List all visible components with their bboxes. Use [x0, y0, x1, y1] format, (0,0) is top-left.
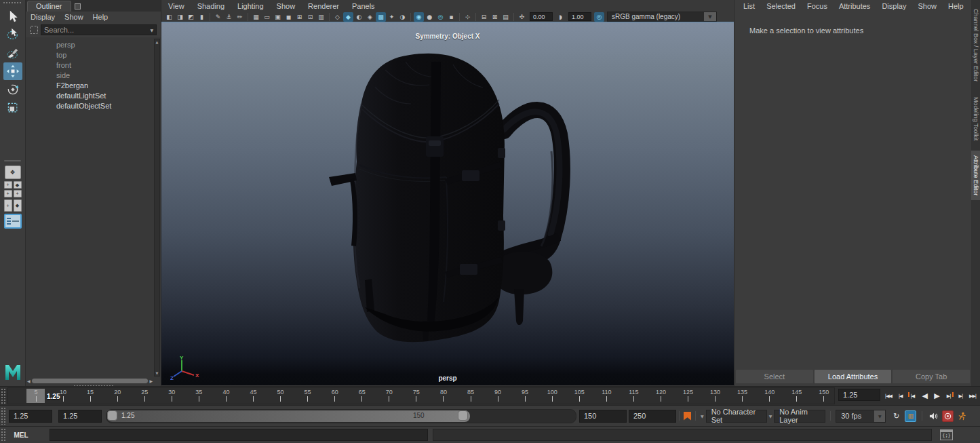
- exposure-field[interactable]: 0.00: [530, 12, 553, 21]
- attribute-editor-menu-selected[interactable]: Selected: [766, 2, 796, 10]
- outliner-item-front[interactable]: front: [26, 60, 154, 70]
- command-language-toggle[interactable]: MEL: [7, 431, 35, 439]
- play-forwards-button[interactable]: ▶: [930, 389, 943, 404]
- step-back-frame-button[interactable]: |◀: [895, 389, 907, 404]
- animation-preferences-icon[interactable]: [956, 410, 968, 422]
- gamma-icon[interactable]: ◗: [555, 12, 566, 22]
- depth-of-field-icon[interactable]: ▪: [446, 12, 456, 22]
- outliner-item-persp[interactable]: persp: [26, 39, 154, 50]
- range-slider[interactable]: 1.25 150: [106, 409, 576, 423]
- color-management-icon[interactable]: ◎: [594, 12, 604, 22]
- playback-end-field[interactable]: 150: [579, 410, 627, 423]
- attribute-editor-menu-list[interactable]: List: [743, 2, 755, 10]
- attribute-editor-menu-help[interactable]: Help: [948, 2, 964, 10]
- command-line-drag-handle[interactable]: [1, 428, 7, 442]
- divider[interactable]: [459, 13, 460, 21]
- wireframe-on-shaded-icon[interactable]: ◈: [365, 12, 375, 22]
- command-result-field[interactable]: [433, 429, 932, 441]
- viewport-menu-show[interactable]: Show: [277, 2, 296, 10]
- fps-dropdown-button[interactable]: ▼: [874, 410, 885, 422]
- anim-layer-option-icon[interactable]: ▼: [769, 414, 772, 419]
- current-time-field[interactable]: 1.25: [838, 389, 880, 401]
- isolate-select-icon[interactable]: ⊹: [463, 12, 473, 22]
- grid-icon[interactable]: ▦: [251, 12, 261, 22]
- safe-action-icon[interactable]: ⊞: [294, 12, 305, 22]
- character-set-option-icon[interactable]: ▼: [701, 414, 704, 419]
- script-editor-icon[interactable]: {;}: [940, 429, 953, 440]
- go-to-start-button[interactable]: |◀◀: [882, 389, 895, 404]
- sidebar-tab-modeling-toolkit[interactable]: Modeling Toolkit: [971, 92, 980, 145]
- layout-four-pane-button[interactable]: +: [4, 181, 12, 189]
- image-plane-icon[interactable]: ▤: [501, 12, 511, 22]
- grease-edit-icon[interactable]: ✏: [235, 12, 245, 22]
- lock-camera-icon[interactable]: ◨: [175, 12, 185, 22]
- viewport-menu-shading[interactable]: Shading: [197, 2, 224, 10]
- animation-start-field[interactable]: 1.25: [9, 410, 52, 423]
- select-camera-icon[interactable]: ◧: [164, 12, 174, 22]
- view-selected-icon[interactable]: ⊟: [479, 12, 489, 22]
- add-bookmark-icon[interactable]: [684, 412, 691, 421]
- divider[interactable]: [329, 13, 330, 21]
- scrollbar-thumb[interactable]: [32, 379, 149, 383]
- viewport-menu-panels[interactable]: Panels: [352, 2, 375, 10]
- layout-split-right-button[interactable]: +: [14, 190, 22, 197]
- outliner-menu-show[interactable]: Show: [64, 13, 83, 21]
- panel-popout-icon[interactable]: [75, 3, 81, 9]
- scroll-down-icon[interactable]: ▼: [156, 371, 159, 375]
- divider[interactable]: [210, 13, 210, 21]
- divider[interactable]: [248, 13, 248, 21]
- outliner-item-f2bergan[interactable]: F2bergan: [26, 80, 154, 90]
- mute-audio-icon[interactable]: [928, 410, 939, 422]
- outliner-menu-display[interactable]: Display: [31, 13, 55, 21]
- attribute-editor-menu-focus[interactable]: Focus: [807, 2, 827, 10]
- layout-persp-pane-button[interactable]: ◆: [14, 199, 22, 212]
- wireframe-icon[interactable]: ◇: [332, 12, 342, 22]
- playback-start-field[interactable]: 1.25: [58, 410, 102, 423]
- time-slider-track[interactable]: 1.25 5 10 15: [7, 387, 835, 404]
- gamma-field[interactable]: 1.00: [568, 12, 591, 21]
- grease-pencil-icon[interactable]: ✎: [213, 12, 223, 22]
- toolbox-drag-handle[interactable]: [3, 1, 22, 5]
- viewport-canvas[interactable]: Symmetry: Object X: [161, 22, 734, 385]
- playback-loop-icon[interactable]: ↻: [890, 410, 902, 422]
- bookmark-icon[interactable]: ▮: [197, 12, 207, 22]
- layout-single-pane-button[interactable]: ❖: [5, 166, 21, 179]
- rotate-tool[interactable]: [3, 81, 22, 98]
- outliner-horizontal-scrollbar[interactable]: ◀ ▶: [27, 378, 153, 384]
- safe-title-icon[interactable]: ⊡: [305, 12, 315, 22]
- divider[interactable]: [513, 13, 514, 21]
- range-slider-drag-handle[interactable]: [1, 407, 7, 425]
- layout-split-left-button[interactable]: +: [4, 190, 12, 197]
- fps-dropdown[interactable]: 30 fps ▼: [836, 410, 886, 423]
- paint-select-tool[interactable]: [3, 44, 22, 62]
- view-transform-dropdown[interactable]: sRGB gamma (legacy) ▼: [607, 12, 717, 22]
- scroll-up-icon[interactable]: ▲: [156, 40, 159, 44]
- outliner-item-top[interactable]: top: [26, 50, 154, 60]
- gate-mask-icon[interactable]: ◼: [283, 12, 294, 22]
- smooth-shade-icon[interactable]: ◆: [343, 12, 353, 22]
- button-copy-tab[interactable]: Copy Tab: [893, 370, 970, 383]
- time-slider-drag-handle[interactable]: [1, 388, 7, 404]
- outliner-menu-help[interactable]: Help: [93, 13, 109, 21]
- field-chart-icon[interactable]: ▥: [316, 12, 326, 22]
- go-to-end-button[interactable]: ▶▶|: [966, 389, 979, 404]
- button-select[interactable]: Select: [736, 370, 813, 383]
- step-forward-frame-button[interactable]: ▶|: [955, 389, 967, 404]
- outliner-item-defaultobjectset[interactable]: defaultObjectSet: [26, 100, 154, 111]
- attribute-editor-menu-display[interactable]: Display: [882, 2, 906, 10]
- command-input[interactable]: [50, 429, 428, 441]
- outliner-vertical-scrollbar[interactable]: ▲ ▼: [154, 39, 160, 377]
- sidebar-tab-channel-box-layer-editor[interactable]: Channel Box / Layer Editor: [971, 4, 980, 87]
- step-forward-key-button[interactable]: ▶|: [943, 389, 955, 404]
- shadows-icon[interactable]: ◑: [397, 12, 408, 22]
- outliner-item-defaultlightset[interactable]: defaultLightSet: [26, 90, 154, 100]
- range-start-handle[interactable]: [107, 410, 117, 421]
- lasso-tool[interactable]: [3, 26, 22, 43]
- attribute-editor-menu-show[interactable]: Show: [918, 2, 937, 10]
- viewport-menu-view[interactable]: View: [168, 2, 184, 10]
- auto-keyframe-icon[interactable]: [942, 410, 954, 422]
- view-selected-add-icon[interactable]: ⊠: [490, 12, 500, 22]
- grease-frame-icon[interactable]: ⚓: [224, 12, 234, 22]
- cached-playback-icon[interactable]: ▥: [905, 410, 916, 422]
- camera-attributes-icon[interactable]: ◩: [186, 12, 196, 22]
